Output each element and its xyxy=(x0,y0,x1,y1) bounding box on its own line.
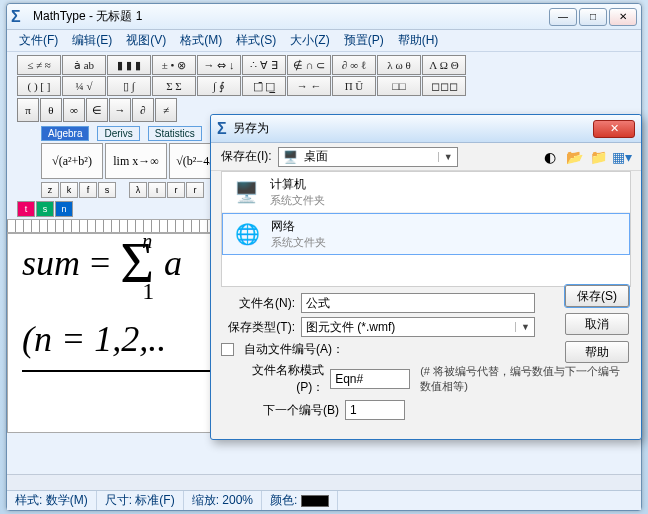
chevron-down-icon: ▼ xyxy=(438,152,453,162)
menu-help[interactable]: 帮助(H) xyxy=(392,30,445,51)
dialog-toolbar: 保存在(I): 🖥️ 桌面 ▼ ◐ 📂 📁 ▦▾ xyxy=(211,143,641,171)
sigma-lower: 1 xyxy=(142,271,154,311)
pattern-label: 文件名称模式(P)： xyxy=(239,362,324,396)
template-palette[interactable]: Π Ū xyxy=(332,76,376,96)
menu-edit[interactable]: 编辑(E) xyxy=(66,30,118,51)
item-name: 计算机 xyxy=(270,176,325,193)
eq-equals: = xyxy=(90,242,110,284)
quick-symbol[interactable]: ∞ xyxy=(63,98,85,122)
pattern-hint: (# 将被编号代替，编号数值与下一个编号数值相等) xyxy=(420,364,631,394)
new-folder-icon[interactable]: 📁 xyxy=(589,148,607,166)
dialog-icon: Σ xyxy=(217,121,227,137)
eq-rhs: a xyxy=(164,242,182,284)
save-in-combo[interactable]: 🖥️ 桌面 ▼ xyxy=(278,147,458,167)
menu-format[interactable]: 格式(M) xyxy=(174,30,228,51)
up-folder-icon[interactable]: 📂 xyxy=(565,148,583,166)
quick-symbol[interactable]: ≠ xyxy=(155,98,177,122)
template-palette[interactable]: □□ xyxy=(377,76,421,96)
tab-statistics[interactable]: Statistics xyxy=(148,126,202,141)
quick-symbol[interactable]: → xyxy=(109,98,131,122)
mini-symbol[interactable]: ι xyxy=(148,182,166,198)
list-item[interactable]: 🌐 网络 系统文件夹 xyxy=(222,213,630,255)
status-color[interactable]: 颜色: xyxy=(262,491,338,510)
template-palette[interactable]: Σ Σ xyxy=(152,76,196,96)
back-icon[interactable]: ◐ xyxy=(541,148,559,166)
menu-size[interactable]: 大小(Z) xyxy=(284,30,335,51)
network-icon: 🌐 xyxy=(231,220,263,248)
template-palette[interactable]: → ← xyxy=(287,76,331,96)
dialog-titlebar: Σ 另存为 ✕ xyxy=(211,115,641,143)
menu-file[interactable]: 文件(F) xyxy=(13,30,64,51)
symbol-palette[interactable]: ȧ ab xyxy=(62,55,106,75)
template-palette[interactable]: ¼ √ xyxy=(62,76,106,96)
window-title: MathType - 无标题 1 xyxy=(33,8,142,25)
status-style[interactable]: 样式: 数学(M) xyxy=(7,491,97,510)
dialog-close-button[interactable]: ✕ xyxy=(593,120,635,138)
status-zoom[interactable]: 缩放: 200% xyxy=(184,491,262,510)
maximize-button[interactable]: □ xyxy=(579,8,607,26)
template-palette[interactable]: ( ) [ ] xyxy=(17,76,61,96)
auto-number-checkbox[interactable] xyxy=(221,343,234,356)
dialog-title: 另存为 xyxy=(233,120,269,137)
quick-symbol[interactable]: π xyxy=(17,98,39,122)
tab-derivs[interactable]: Derivs xyxy=(97,126,139,141)
template-palette[interactable]: □̄ □̲ xyxy=(242,76,286,96)
mini-symbol[interactable]: r xyxy=(167,182,185,198)
symbol-palette[interactable]: ≤ ≠ ≈ xyxy=(17,55,61,75)
next-number-input[interactable] xyxy=(345,400,405,420)
filetype-combo[interactable]: 图元文件 (*.wmf) ▼ xyxy=(301,317,535,337)
window-controls: — □ ✕ xyxy=(549,8,637,26)
mini-symbol[interactable]: f xyxy=(79,182,97,198)
dialog-buttons: 保存(S) 取消 帮助 xyxy=(565,285,629,363)
save-button[interactable]: 保存(S) xyxy=(565,285,629,307)
item-name: 网络 xyxy=(271,218,326,235)
color-tab[interactable]: t xyxy=(17,201,35,217)
close-button[interactable]: ✕ xyxy=(609,8,637,26)
menu-prefs[interactable]: 预置(P) xyxy=(338,30,390,51)
minimize-button[interactable]: — xyxy=(549,8,577,26)
list-item[interactable]: 🖥️ 计算机 系统文件夹 xyxy=(222,172,630,213)
titlebar: Σ MathType - 无标题 1 — □ ✕ xyxy=(7,4,641,30)
status-size[interactable]: 尺寸: 标准(F) xyxy=(97,491,184,510)
filename-input[interactable] xyxy=(301,293,535,313)
tab-algebra[interactable]: Algebra xyxy=(41,126,89,141)
favorite-template[interactable]: √(a²+b²) xyxy=(41,143,103,179)
menubar: 文件(F) 编辑(E) 视图(V) 格式(M) 样式(S) 大小(Z) 预置(P… xyxy=(7,30,641,52)
color-tab[interactable]: n xyxy=(55,201,73,217)
mini-symbol[interactable]: s xyxy=(98,182,116,198)
symbol-palette[interactable]: λ ω θ xyxy=(377,55,421,75)
statusbar: 样式: 数学(M) 尺寸: 标准(F) 缩放: 200% 颜色: xyxy=(7,490,641,510)
color-tab[interactable]: s xyxy=(36,201,54,217)
mini-symbol[interactable]: k xyxy=(60,182,78,198)
eq-underline xyxy=(22,370,232,372)
symbol-palette[interactable]: ▮ ▮ ▮ xyxy=(107,55,151,75)
quick-symbol[interactable]: ∂ xyxy=(132,98,154,122)
symbol-palette[interactable]: ∉ ∩ ⊂ xyxy=(287,55,331,75)
quick-symbol[interactable]: θ xyxy=(40,98,62,122)
cancel-button[interactable]: 取消 xyxy=(565,313,629,335)
favorite-template[interactable]: lim x→∞ xyxy=(105,143,167,179)
mini-symbol[interactable]: λ xyxy=(129,182,147,198)
symbol-palette[interactable]: Λ Ω Θ xyxy=(422,55,466,75)
menu-view[interactable]: 视图(V) xyxy=(120,30,172,51)
mini-symbol[interactable]: r xyxy=(186,182,204,198)
filetype-label: 保存类型(T): xyxy=(221,319,295,336)
pattern-input[interactable] xyxy=(330,369,410,389)
symbol-palette[interactable]: ∴ ∀ ∃ xyxy=(242,55,286,75)
template-palette[interactable]: ◻◻◻ xyxy=(422,76,466,96)
item-subtitle: 系统文件夹 xyxy=(271,235,326,250)
help-button[interactable]: 帮助 xyxy=(565,341,629,363)
symbol-palette[interactable]: ± • ⊗ xyxy=(152,55,196,75)
horizontal-scrollbar[interactable] xyxy=(7,474,641,490)
template-palette[interactable]: ▯ ∫ xyxy=(107,76,151,96)
menu-style[interactable]: 样式(S) xyxy=(230,30,282,51)
template-palette[interactable]: ∫ ∮ xyxy=(197,76,241,96)
quick-symbol[interactable]: ∈ xyxy=(86,98,108,122)
file-list[interactable]: 🖥️ 计算机 系统文件夹 🌐 网络 系统文件夹 xyxy=(221,171,631,287)
symbol-palette[interactable]: ∂ ∞ ℓ xyxy=(332,55,376,75)
symbol-palette[interactable]: → ⇔ ↓ xyxy=(197,55,241,75)
mini-symbol[interactable]: z xyxy=(41,182,59,198)
view-menu-icon[interactable]: ▦▾ xyxy=(613,148,631,166)
item-subtitle: 系统文件夹 xyxy=(270,193,325,208)
chevron-down-icon: ▼ xyxy=(515,322,530,332)
